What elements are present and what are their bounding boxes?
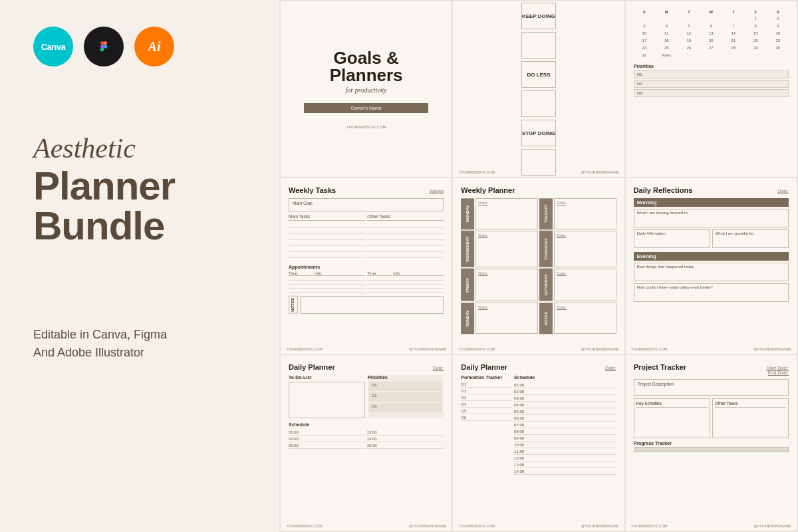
bold-title-1: Planner xyxy=(33,166,246,206)
notes-area xyxy=(300,296,444,314)
appointments-grid: Time Info Time Info xyxy=(289,271,444,293)
matrix-empty-2 xyxy=(521,90,556,117)
card-daily-planner-1: Daily Planner Date: To-Do-List Prioritie… xyxy=(281,355,452,531)
daily2-schedule-lines: 01:00 02:00 03:00 04:00 05:00 06:00 07:0… xyxy=(514,382,616,475)
project-desc-box: Project Description xyxy=(634,379,789,396)
key-activities-box: Key Activities xyxy=(634,398,710,438)
figma-logo[interactable] xyxy=(84,27,124,66)
daily2-schedule: Schedule 01:00 02:00 03:00 04:00 05:00 0… xyxy=(514,375,616,475)
card-project-tracker: Project Tracker Start Date: End Date: Pr… xyxy=(626,355,797,531)
card-calendar: S M T W T F S 1 2 3 4 5 6 7 8 9 10 11 xyxy=(626,1,797,177)
friday-cell: Date: xyxy=(475,269,538,301)
owner-name-box: Owner's Name xyxy=(304,103,428,113)
figma-icon xyxy=(94,37,113,56)
notes-cell: Date: xyxy=(554,303,616,334)
daily1-date: Date: xyxy=(433,366,444,370)
card-goals: Goals & Planners for productivity Owner'… xyxy=(281,1,452,177)
monday-cell: Date: xyxy=(475,198,538,229)
tuesday-label: TUESDAY xyxy=(539,198,553,229)
reflections-website: YOURWEBSITE.COM xyxy=(631,347,668,351)
weekly-tasks-title: Weekly Tasks xyxy=(289,186,336,194)
friday-label: FRIDAY xyxy=(461,269,474,301)
best-things-field: Best things that happened today xyxy=(634,263,789,281)
daily1-priorities: Priorities O1 O2 O3 xyxy=(368,375,444,418)
task-columns: Main Tasks Other Tasks xyxy=(289,214,444,262)
weekly-grid: MONDAY Date: TUESDAY Date: WEDNESDAY Dat… xyxy=(461,198,616,334)
priority-item-2: O2 xyxy=(369,392,443,402)
todo-section: To-Do-List xyxy=(289,375,365,418)
ai-logo[interactable]: Ai xyxy=(134,27,174,66)
daily1-schedule-lines: 01:00 02:00 03:00 13:00 14:00 15:00 xyxy=(289,429,444,449)
improvement-field: How could I have made today even better? xyxy=(634,283,789,302)
sunday-cell: Date: xyxy=(475,303,538,334)
daily1-two-col: To-Do-List Priorities O1 O2 O3 xyxy=(289,375,444,418)
sunday-label: SUNDAY xyxy=(461,303,474,334)
evening-section: Evening Best things that happened today … xyxy=(634,252,789,302)
brand-logos: Canva Ai xyxy=(33,27,246,66)
card-daily-planner-2: Daily Planner Date: Pomodoro Tracker O1 … xyxy=(453,355,624,531)
matrix-keep-doing: KEEP DOING xyxy=(521,3,556,29)
pomodoro-items: O1 O2 O3 O4 O5 O6 xyxy=(461,382,512,421)
notes-label-v: NOTES xyxy=(539,303,553,334)
notes-row: NOTES xyxy=(289,296,444,314)
card-daily-reflections: Daily Reflections Date: Morning What I a… xyxy=(626,178,797,354)
project-two-col: Key Activities Other Tasks xyxy=(634,398,789,438)
todo-box xyxy=(289,382,365,418)
daily2-header: Daily Planner Date: xyxy=(461,363,616,371)
weekly-tasks-header: Weekly Tasks Weeke xyxy=(289,186,444,194)
weekly-planner-header: Weekly Planner xyxy=(461,186,616,194)
wednesday-label: WEDNESDAY xyxy=(461,231,474,267)
other-tasks-col: Other Tasks xyxy=(367,214,444,262)
weekly-planner-handle: @YOURBRANDNAME xyxy=(581,347,619,351)
goals-script: for productivity xyxy=(346,86,387,94)
script-title: Aesthetic xyxy=(33,133,246,164)
matrix-do-less: DO LESS xyxy=(521,61,556,88)
project-header: Project Tracker Start Date: End Date: xyxy=(634,363,789,375)
reflections-title: Daily Reflections xyxy=(634,186,693,194)
monday-label: MONDAY xyxy=(461,198,474,229)
appt-lines-2 xyxy=(367,277,444,293)
priority-item-1: O1 xyxy=(369,382,443,391)
matrix-stop-doing: STOP DOING xyxy=(521,120,556,146)
project-title: Project Tracker xyxy=(634,363,687,371)
daily2-two-col: Pomodoro Tracker O1 O2 O3 O4 O5 O6 Sched… xyxy=(461,375,616,475)
weekly-tasks-handle: @YOURBRANDNAME xyxy=(409,347,447,351)
project-handle: @YOURBRANDNAME xyxy=(753,524,791,528)
looking-forward-field: What I am looking forward to xyxy=(634,209,789,227)
affirmation-field: Daily Affirmation xyxy=(634,229,710,248)
left-panel: Canva Ai Aesthetic Planner Bundle Editab… xyxy=(0,0,279,532)
other-tasks-lines xyxy=(367,222,444,262)
weekly-planner-title: Weekly Planner xyxy=(461,186,515,194)
morning-section: Morning What I am looking forward to Dai… xyxy=(634,198,789,248)
right-panel: Goals & Planners for productivity Owner'… xyxy=(279,0,798,532)
thursday-label: THURSDAY xyxy=(539,231,553,267)
daily2-handle: @YOURBRANDNAME xyxy=(581,524,619,528)
other-tasks-box: Other Tasks xyxy=(712,398,789,438)
grateful-field: What I am grateful for xyxy=(712,229,789,248)
daily1-website: YOURWEBSITE.COM xyxy=(286,524,323,528)
goals-website: YOURWEBSITE.COM xyxy=(346,125,386,129)
thursday-cell: Date: xyxy=(554,231,616,267)
canva-logo[interactable]: Canva xyxy=(33,27,73,66)
project-dates: Start Date: End Date: xyxy=(767,366,789,375)
reflections-date: Date: xyxy=(777,189,789,194)
main-tasks-lines xyxy=(289,222,365,262)
daily2-date: Date: xyxy=(605,366,616,370)
affirmation-row: Daily Affirmation What I am grateful for xyxy=(634,229,789,248)
tuesday-cell: Date: xyxy=(554,198,616,229)
progress-label: Progress Tracker xyxy=(634,441,789,446)
main-tasks-col: Main Tasks xyxy=(289,214,365,262)
priorities-section: Priorities O1 O2 O3 xyxy=(634,64,789,97)
saturday-label: SATURDAY xyxy=(539,269,553,301)
weekly-tasks-week: Weeke xyxy=(430,189,444,194)
reflections-header: Daily Reflections Date: xyxy=(634,186,789,194)
card-matrix: KEEP DOING DO LESS STOP DOING YOURWEBSIT… xyxy=(453,1,624,177)
matrix-empty-1 xyxy=(521,32,556,59)
project-website: YOURWEBSITE.COM xyxy=(631,524,668,528)
main-goal-field: Main Goal xyxy=(289,198,444,211)
wednesday-cell: Date: xyxy=(475,231,538,267)
daily2-website: YOURWEBSITE.COM xyxy=(458,524,495,528)
matrix-empty-3 xyxy=(521,149,556,176)
title-area: Aesthetic Planner Bundle xyxy=(33,133,246,246)
bold-title-2: Bundle xyxy=(33,206,246,246)
